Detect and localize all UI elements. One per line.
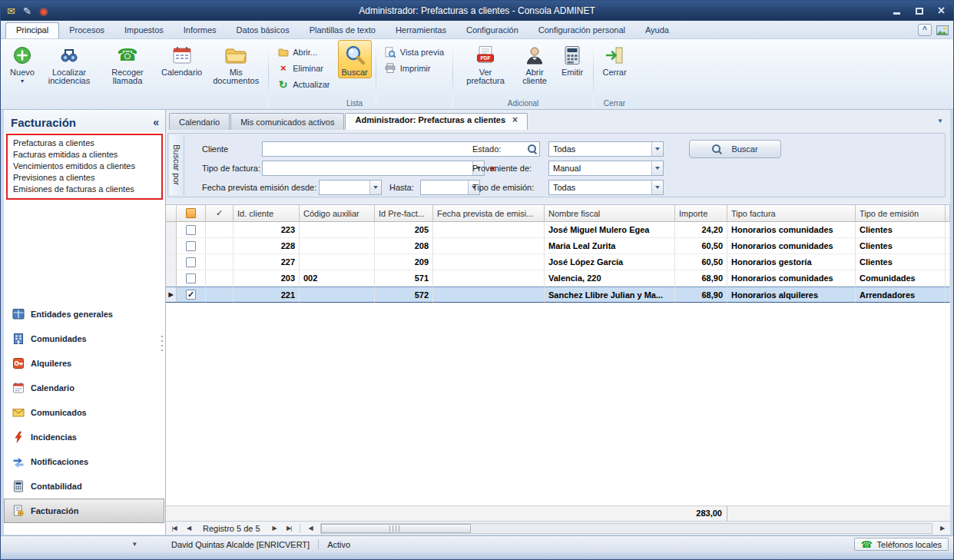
- emitir-button[interactable]: Emitir: [555, 40, 589, 78]
- nav-contabilidad[interactable]: Contabilidad: [4, 474, 164, 499]
- col-header-tipo-emision[interactable]: Tipo de emisión: [856, 205, 946, 222]
- ribbon-tab-datos-basicos[interactable]: Datos básicos: [227, 22, 300, 38]
- buscar-button[interactable]: Buscar: [338, 40, 372, 78]
- chevron-down-icon[interactable]: [651, 181, 663, 194]
- cliente-label: Cliente: [202, 144, 228, 154]
- row-checkbox[interactable]: [186, 225, 196, 235]
- nav-comunicados[interactable]: Comunicados: [4, 400, 164, 425]
- note-edit-icon[interactable]: ✎: [23, 6, 31, 16]
- nuevo-dropdown-arrow[interactable]: ▾: [21, 78, 24, 84]
- recoger-llamada-button[interactable]: ☎ Recoger llamada: [99, 40, 156, 87]
- telefonos-locales-button[interactable]: ☎ Teléfonos locales: [854, 538, 949, 551]
- scroll-right-button[interactable]: ▶: [936, 525, 949, 532]
- col-header-id-prefactura[interactable]: Id Pre-fact...: [375, 205, 433, 222]
- cell-nombre-fiscal: José Miguel Mulero Egea: [545, 222, 675, 238]
- shortcut-vencimientos-emitidos[interactable]: Vencimientos emitidos a clientes: [8, 161, 161, 172]
- ver-prefactura-button[interactable]: PDF Ver prefactura: [457, 40, 514, 87]
- row-checkbox-checked[interactable]: ✓: [186, 290, 196, 300]
- scroll-left-button[interactable]: ◀: [304, 525, 317, 532]
- collapse-ribbon-chevron[interactable]: ^: [918, 24, 932, 36]
- ribbon-tab-informes[interactable]: Informes: [174, 22, 227, 38]
- last-record-button[interactable]: ▶|: [283, 525, 296, 532]
- tab-list-dropdown-icon[interactable]: ▼: [937, 118, 943, 124]
- doc-tab-prefacturas[interactable]: Administrador: Prefacturas a clientes ×: [345, 113, 528, 130]
- tipo-emision-select[interactable]: Todas: [548, 180, 664, 195]
- ribbon-tab-impuestos[interactable]: Impuestos: [114, 22, 174, 38]
- vista-previa-button[interactable]: Vista previa: [382, 45, 447, 58]
- sidebar-expand-chevron[interactable]: ▾: [133, 540, 137, 548]
- scrollbar-thumb[interactable]: [321, 524, 471, 533]
- fecha-desde-select[interactable]: [319, 180, 382, 195]
- mail-icon[interactable]: ✉: [7, 6, 15, 16]
- abrir-button[interactable]: Abrir...: [274, 45, 333, 58]
- table-row[interactable]: 227 209 José López García 60,50 Honorari…: [166, 254, 950, 270]
- minimize-button[interactable]: [891, 5, 903, 17]
- col-header-fecha-prevista[interactable]: Fecha prevista de emisi...: [433, 205, 545, 222]
- imprimir-button[interactable]: Imprimir: [382, 61, 447, 75]
- nav-comunidades[interactable]: Comunidades: [4, 326, 164, 351]
- col-header-id-cliente[interactable]: Id. cliente: [234, 205, 300, 222]
- chevron-down-icon[interactable]: [651, 161, 663, 175]
- table-row[interactable]: 223 205 José Miguel Mulero Egea 24,20 Ho…: [166, 222, 950, 238]
- select-all-checkbox[interactable]: [186, 208, 196, 218]
- nav-notificaciones[interactable]: Notificaciones: [4, 449, 164, 474]
- nav-alquileres[interactable]: Alquileres: [4, 351, 164, 376]
- next-record-button[interactable]: ▶: [268, 525, 281, 532]
- ribbon-tab-plantillas[interactable]: Plantillas de texto: [300, 22, 386, 38]
- col-header-select-all[interactable]: [177, 205, 206, 222]
- calendario-button[interactable]: Calendario: [157, 40, 206, 78]
- shortcut-facturas-emitidas[interactable]: Facturas emitidas a clientes: [8, 149, 161, 161]
- mis-documentos-button[interactable]: Mis documentos: [207, 40, 264, 87]
- nav-calendario[interactable]: Calendario: [4, 376, 164, 400]
- table-row-selected[interactable]: ▶ ✓ 221 572 Sanchez Llibre Julian y Ma..…: [166, 287, 950, 303]
- doc-tab-mis-comunicados[interactable]: Mis comunicados activos: [230, 113, 344, 130]
- search-icon[interactable]: [525, 144, 539, 154]
- nav-entidades-generales[interactable]: Entidades generales: [4, 302, 164, 326]
- col-header-codigo-auxiliar[interactable]: Código auxiliar: [300, 205, 375, 222]
- col-header-nombre-fiscal[interactable]: Nombre fiscal: [545, 205, 675, 222]
- first-record-button[interactable]: |◀: [167, 525, 181, 532]
- chevron-down-icon[interactable]: [369, 181, 381, 194]
- col-header-tipo-factura[interactable]: Tipo factura: [727, 205, 856, 222]
- localizar-incidencias-button[interactable]: Localizar incidencias: [41, 40, 98, 87]
- sidebar-collapse-button[interactable]: «: [153, 116, 159, 128]
- doc-tab-calendario[interactable]: Calendario: [169, 113, 230, 130]
- ribbon-tab-procesos[interactable]: Procesos: [59, 22, 114, 38]
- estado-select[interactable]: Todas: [548, 141, 664, 157]
- row-checkbox[interactable]: [186, 241, 196, 251]
- buscar-panel-button[interactable]: Buscar: [689, 140, 781, 158]
- nuevo-button[interactable]: Nuevo ▾: [5, 40, 39, 86]
- cerrar-button[interactable]: Cerrar: [598, 40, 631, 78]
- shortcut-previsiones-clientes[interactable]: Previsiones a clientes: [8, 172, 161, 184]
- fecha-hasta-select[interactable]: [420, 180, 480, 195]
- abrir-cliente-button[interactable]: Abrir cliente: [515, 40, 554, 87]
- col-header-importe[interactable]: Importe: [675, 205, 727, 222]
- ribbon-tab-herramientas[interactable]: Herramientas: [386, 22, 456, 38]
- table-row[interactable]: 203 002 571 Valencia, 220 68,90 Honorari…: [166, 270, 950, 287]
- ribbon-options-icon[interactable]: [936, 25, 949, 35]
- prev-record-button[interactable]: ◀: [182, 525, 195, 532]
- tipo-factura-select[interactable]: [262, 161, 485, 176]
- col-header-check[interactable]: ✓: [206, 205, 234, 222]
- nav-facturacion[interactable]: Facturación: [4, 499, 164, 523]
- close-button[interactable]: ×: [936, 5, 947, 17]
- proveniente-select[interactable]: Manual: [548, 161, 664, 176]
- chevron-down-icon[interactable]: [651, 142, 663, 156]
- horizontal-scrollbar[interactable]: [320, 523, 932, 534]
- shortcut-prefacturas-clientes[interactable]: Prefacturas a clientes: [8, 138, 161, 149]
- buscar-por-tab[interactable]: Buscar por: [170, 135, 184, 195]
- nav-incidencias[interactable]: Incidencias: [4, 425, 164, 449]
- ribbon-tab-configuracion-personal[interactable]: Configuración personal: [528, 22, 635, 38]
- ribbon-group-file-actions: Abrir... × Eliminar ↻ Actualizar: [271, 40, 336, 109]
- eliminar-button[interactable]: × Eliminar: [274, 61, 333, 75]
- ribbon-tab-ayuda[interactable]: Ayuda: [635, 22, 679, 38]
- ribbon-tab-principal[interactable]: Principal: [5, 22, 59, 38]
- tab-close-icon[interactable]: ×: [512, 115, 518, 124]
- row-checkbox[interactable]: [186, 257, 196, 267]
- ribbon-tab-configuracion[interactable]: Configuración: [456, 22, 528, 38]
- restore-button[interactable]: [913, 5, 925, 17]
- table-row[interactable]: 228 208 Maria Leal Zurita 60,50 Honorari…: [166, 238, 950, 254]
- actualizar-button[interactable]: ↻ Actualizar: [274, 78, 333, 91]
- row-checkbox[interactable]: [186, 273, 196, 283]
- shortcut-emisiones-facturas[interactable]: Emisiones de facturas a clientes: [8, 184, 161, 195]
